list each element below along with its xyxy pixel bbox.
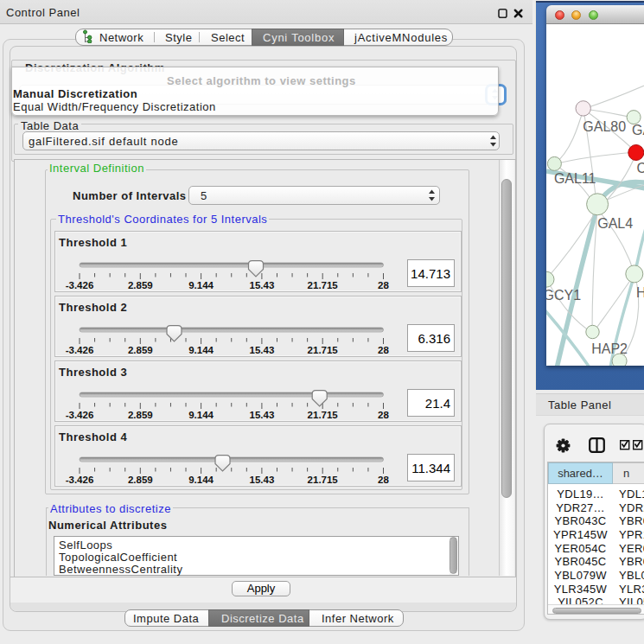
svg-text:-3.426: -3.426 (65, 409, 93, 419)
svg-text:C: C (637, 161, 644, 175)
svg-text:-3.426: -3.426 (65, 279, 93, 290)
svg-text:H: H (636, 285, 644, 300)
svg-text:GAL4: GAL4 (597, 216, 633, 231)
svg-text:9.144: 9.144 (188, 474, 214, 484)
svg-text:9.144: 9.144 (188, 279, 214, 290)
svg-text:9.144: 9.144 (188, 344, 214, 354)
svg-text:HAP2: HAP2 (591, 341, 628, 356)
svg-text:28: 28 (378, 409, 389, 419)
svg-text:28: 28 (378, 279, 389, 290)
svg-text:2.859: 2.859 (127, 474, 152, 484)
svg-text:21.715: 21.715 (307, 344, 338, 354)
svg-text:15.43: 15.43 (249, 474, 274, 484)
svg-text:2.859: 2.859 (127, 344, 152, 354)
svg-text:21.715: 21.715 (307, 409, 338, 419)
svg-text:15.43: 15.43 (249, 344, 274, 354)
svg-text:GCY1: GCY1 (546, 288, 581, 303)
svg-text:9.144: 9.144 (188, 409, 214, 419)
svg-text:-3.426: -3.426 (65, 474, 93, 484)
svg-text:2.859: 2.859 (127, 409, 152, 419)
svg-text:GAL11: GAL11 (554, 171, 596, 186)
svg-text:21.715: 21.715 (307, 279, 338, 290)
svg-text:2.859: 2.859 (127, 279, 152, 290)
svg-text:21.715: 21.715 (307, 474, 338, 484)
svg-text:15.43: 15.43 (249, 279, 274, 290)
svg-text:28: 28 (378, 474, 389, 484)
svg-text:15.43: 15.43 (249, 409, 274, 419)
svg-text:GAL80: GAL80 (583, 119, 626, 134)
svg-text:GA: GA (632, 123, 644, 137)
svg-text:28: 28 (378, 344, 389, 354)
svg-text:-3.426: -3.426 (65, 344, 93, 354)
